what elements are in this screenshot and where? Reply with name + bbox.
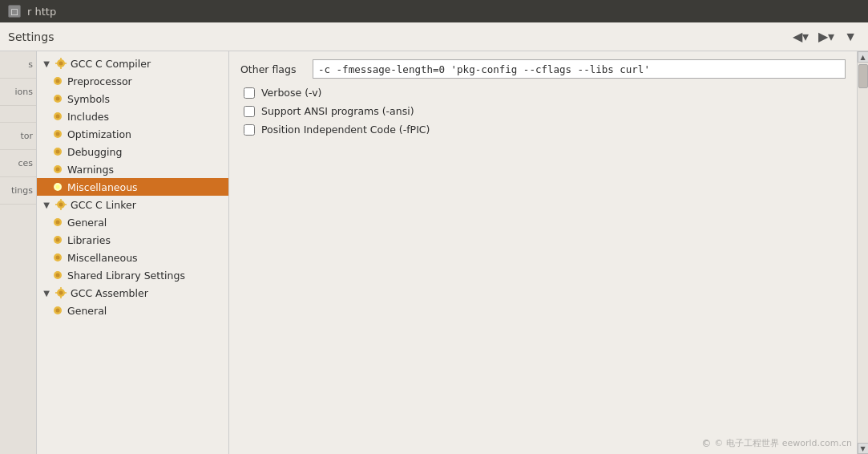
- svg-point-31: [56, 256, 60, 260]
- tree-item-preprocessor[interactable]: Preprocessor: [37, 72, 228, 90]
- tree-label-debugging: Debugging: [67, 146, 122, 158]
- settings-icon-includes: [51, 110, 64, 123]
- scroll-up-button[interactable]: ▲: [858, 51, 869, 63]
- window-icon: □: [8, 5, 21, 18]
- toolbar: Settings ◀▾ ▶▾ ▼: [0, 22, 868, 51]
- tree-label-gcc-c-compiler: GCC C Compiler: [71, 58, 151, 70]
- settings-icon-gcc-linker: [55, 198, 67, 211]
- tree-item-includes[interactable]: Includes: [37, 107, 228, 125]
- expander-gcc-c-compiler[interactable]: ▼: [42, 59, 51, 68]
- left-nav: s ions tor ces tings: [0, 51, 37, 454]
- tree-label-miscellaneous: Miscellaneous: [67, 181, 138, 193]
- settings-icon-libraries: [51, 233, 64, 246]
- svg-point-11: [56, 115, 60, 119]
- settings-icon-miscellaneous: [51, 180, 64, 193]
- tree-item-gcc-assembler[interactable]: ▼ GCC Assembler: [37, 284, 228, 302]
- ansi-label: Support ANSI programs (-ansi): [261, 105, 414, 117]
- verbose-row: Verbose (-v): [240, 87, 846, 99]
- svg-point-41: [56, 309, 60, 313]
- svg-point-15: [56, 150, 60, 154]
- settings-icon-gcc-c: [55, 57, 67, 70]
- other-flags-row: Other flags: [240, 59, 846, 79]
- svg-rect-5: [64, 63, 67, 64]
- svg-point-13: [56, 132, 60, 136]
- svg-rect-36: [60, 287, 62, 290]
- watermark-text: © 电子工程世界: [714, 437, 779, 449]
- settings-icon-general2: [51, 304, 64, 317]
- verbose-label: Verbose (-v): [261, 87, 322, 99]
- toolbar-title: Settings: [8, 30, 54, 43]
- expander-gcc-assembler[interactable]: ▼: [42, 288, 51, 298]
- left-nav-item-ces[interactable]: ces: [0, 150, 36, 177]
- tree-item-debugging[interactable]: Debugging: [37, 143, 228, 160]
- ansi-row: Support ANSI programs (-ansi): [240, 105, 846, 117]
- tree-label-misc2: Miscellaneous: [67, 252, 138, 264]
- tree-label-gcc-c-linker: GCC C Linker: [71, 199, 136, 211]
- forward-button[interactable]: ▶▾: [815, 26, 838, 47]
- left-nav-item-s[interactable]: s: [0, 51, 36, 79]
- fpic-label: Position Independent Code (-fPIC): [261, 124, 430, 136]
- settings-icon-debugging: [51, 145, 64, 158]
- tree-item-gcc-c-compiler[interactable]: ▼ GCC C Compiler: [37, 55, 228, 72]
- tree-item-symbols[interactable]: Symbols: [37, 90, 228, 107]
- tree-item-optimization[interactable]: Optimization: [37, 125, 228, 143]
- svg-rect-3: [60, 67, 62, 69]
- scroll-track[interactable]: [858, 63, 868, 443]
- tree-item-warnings[interactable]: Warnings: [37, 160, 228, 178]
- tree-item-misc2[interactable]: Miscellaneous: [37, 249, 228, 266]
- svg-rect-2: [60, 58, 62, 60]
- main-window: Settings ◀▾ ▶▾ ▼ s ions tor ces tings ▼: [0, 22, 868, 454]
- fpic-row: Position Independent Code (-fPIC): [240, 124, 846, 136]
- settings-icon-warnings: [51, 163, 64, 176]
- tree-item-general2[interactable]: General: [37, 302, 228, 319]
- tree-item-general[interactable]: General: [37, 213, 228, 231]
- svg-rect-38: [55, 292, 58, 294]
- svg-point-19: [56, 185, 60, 189]
- menu-button[interactable]: ▼: [841, 26, 860, 47]
- title-bar: □ r http: [0, 0, 868, 22]
- svg-rect-37: [60, 296, 62, 298]
- toolbar-buttons: ◀▾ ▶▾ ▼: [789, 26, 860, 47]
- tree-panel: ▼ GCC C Compiler: [37, 51, 229, 454]
- tree-label-optimization: Optimization: [67, 128, 131, 140]
- verbose-checkbox[interactable]: [244, 87, 255, 99]
- other-flags-label: Other flags: [240, 63, 305, 75]
- svg-point-17: [56, 168, 60, 172]
- tree-label-general: General: [67, 217, 107, 229]
- tree-label-shared-lib: Shared Library Settings: [67, 270, 185, 282]
- tree-label-general2: General: [67, 305, 107, 317]
- left-nav-item-tor[interactable]: tor: [0, 123, 36, 150]
- svg-rect-25: [64, 204, 67, 205]
- svg-point-27: [56, 221, 60, 225]
- tree-label-preprocessor: Preprocessor: [67, 75, 132, 87]
- back-button[interactable]: ◀▾: [789, 26, 812, 47]
- tree-label-libraries: Libraries: [67, 234, 111, 246]
- content-area: s ions tor ces tings ▼: [0, 51, 868, 454]
- svg-point-29: [56, 238, 60, 242]
- tree-item-shared-lib[interactable]: Shared Library Settings: [37, 266, 228, 284]
- left-nav-item-ions[interactable]: ions: [0, 79, 36, 106]
- settings-icon-shared-lib: [51, 269, 64, 282]
- left-nav-item-empty[interactable]: [0, 106, 36, 123]
- settings-icon-preprocessor: [51, 75, 64, 87]
- svg-rect-39: [64, 292, 67, 294]
- settings-icon-gcc-assembler: [55, 286, 67, 299]
- watermark-logo: ©: [701, 438, 711, 449]
- other-flags-input[interactable]: [313, 59, 846, 79]
- svg-point-1: [59, 62, 63, 66]
- svg-rect-23: [60, 208, 62, 210]
- ansi-checkbox[interactable]: [244, 106, 255, 117]
- fpic-checkbox[interactable]: [244, 124, 255, 136]
- settings-panel: Other flags Verbose (-v) Support ANSI pr…: [229, 51, 857, 454]
- tree-item-libraries[interactable]: Libraries: [37, 231, 228, 249]
- left-nav-item-tings[interactable]: tings: [0, 177, 36, 205]
- expander-gcc-c-linker[interactable]: ▼: [42, 200, 51, 209]
- scroll-thumb[interactable]: [858, 64, 868, 88]
- settings-icon-optimization: [51, 128, 64, 140]
- svg-rect-24: [55, 204, 58, 205]
- tree-item-gcc-c-linker[interactable]: ▼ GCC C Linker: [37, 196, 228, 213]
- right-scrollbar: ▲ ▼: [857, 51, 868, 454]
- watermark-url: eeworld.com.cn: [782, 438, 852, 448]
- scroll-down-button[interactable]: ▼: [858, 443, 869, 454]
- tree-item-miscellaneous[interactable]: Miscellaneous: [37, 178, 228, 196]
